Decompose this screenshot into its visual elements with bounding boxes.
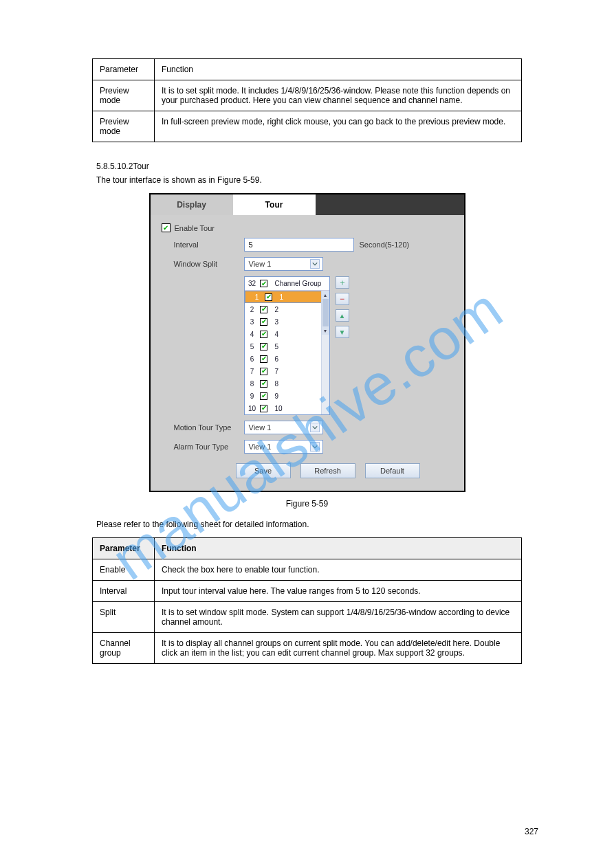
enable-tour-checkbox[interactable] [162, 223, 171, 232]
chevron-down-icon[interactable] [310, 442, 320, 452]
refresh-button[interactable]: Refresh [300, 463, 355, 478]
table-row: Parameter Function [93, 59, 522, 80]
row-index: 3 [245, 318, 260, 326]
interval-input[interactable]: 5 [244, 238, 354, 252]
chevron-down-icon[interactable] [310, 423, 320, 432]
list-item[interactable]: 33 [245, 315, 321, 328]
tab-tour[interactable]: Tour [233, 194, 316, 215]
scroll-down-icon[interactable]: ▾ [322, 326, 329, 335]
cell-function: Function [155, 59, 522, 80]
default-button[interactable]: Default [365, 463, 420, 478]
row-checkbox[interactable] [260, 318, 267, 326]
row-index: 10 [245, 405, 260, 412]
row-label: 10 [272, 405, 321, 412]
scroll-up-icon[interactable]: ▴ [322, 291, 329, 299]
cell-parameter: Preview mode [93, 111, 155, 142]
table-row: Channel groupIt is to display all channe… [93, 633, 522, 664]
cell-parameter: Preview mode [93, 80, 155, 111]
row-checkbox[interactable] [260, 392, 267, 400]
cell-parameter: Parameter [93, 59, 155, 80]
table-continuation: Parameter Function Preview mode It is to… [92, 58, 522, 142]
alarm-tour-label: Alarm Tour Type [162, 443, 244, 451]
cell-function: In full-screen preview mode, right click… [155, 111, 522, 142]
list-item[interactable]: 66 [245, 353, 321, 365]
row-label: 6 [272, 355, 321, 363]
scrollbar[interactable]: ▴ ▾ [321, 291, 329, 414]
table-row: Preview mode In full-screen preview mode… [93, 111, 522, 142]
interval-suffix: Second(5-120) [360, 241, 410, 249]
row-index: 2 [245, 306, 260, 313]
row-label: 3 [272, 318, 321, 326]
table-row: SplitIt is to set window split mode. Sys… [93, 602, 522, 633]
move-down-button[interactable]: ▼ [336, 326, 349, 338]
page-number: 327 [525, 827, 538, 836]
table-header-row: Parameter Function [93, 538, 522, 559]
row-index: 9 [245, 392, 260, 400]
select-all-checkbox[interactable] [260, 280, 267, 287]
add-button[interactable]: ＋ [336, 276, 349, 289]
row-label: 8 [272, 380, 321, 388]
row-checkbox[interactable] [260, 355, 267, 363]
row-index: 8 [245, 380, 260, 388]
row-label: 4 [272, 331, 321, 338]
list-header-title: Channel Group [272, 280, 329, 287]
tour-dialog: Display Tour Enable Tour Interval 5 Seco… [149, 193, 465, 492]
intro-text: Please refer to the following sheet for … [96, 520, 538, 529]
motion-tour-value: View 1 [249, 423, 272, 432]
row-label: 1 [277, 293, 320, 301]
row-checkbox[interactable] [260, 343, 267, 350]
list-item[interactable]: 55 [245, 340, 321, 353]
row-checkbox[interactable] [260, 331, 267, 338]
alarm-tour-value: View 1 [249, 443, 272, 451]
row-index: 5 [245, 343, 260, 350]
list-count: 32 [245, 280, 260, 287]
scroll-thumb[interactable] [322, 299, 329, 326]
tab-display[interactable]: Display [151, 194, 233, 215]
row-checkbox[interactable] [265, 293, 272, 301]
alarm-tour-select[interactable]: View 1 [244, 440, 323, 454]
table-row: EnableCheck the box here to enable tour … [93, 559, 522, 581]
list-item[interactable]: 77 [245, 365, 321, 377]
row-checkbox[interactable] [260, 405, 267, 412]
row-label: 9 [272, 392, 321, 400]
chevron-down-icon[interactable] [310, 259, 320, 269]
list-item[interactable]: 44 [245, 328, 321, 340]
remove-button[interactable]: − [336, 293, 349, 305]
channel-group-list[interactable]: 32 Channel Group 1122334455667788991010 … [244, 276, 330, 415]
row-label: 7 [272, 368, 321, 375]
save-button[interactable]: Save [236, 463, 291, 478]
cell-function: It is to set split mode. It includes 1/4… [155, 80, 522, 111]
row-index: 6 [245, 355, 260, 363]
list-item[interactable]: 1010 [245, 402, 321, 414]
window-split-label: Window Split [162, 260, 244, 268]
row-checkbox[interactable] [260, 306, 267, 313]
row-checkbox[interactable] [260, 368, 267, 375]
table-row: Preview mode It is to set split mode. It… [93, 80, 522, 111]
list-item[interactable]: 88 [245, 377, 321, 390]
section-body: The tour interface is shown as in Figure… [96, 175, 538, 185]
window-split-value: View 1 [249, 260, 272, 268]
row-checkbox[interactable] [260, 380, 267, 388]
motion-tour-select[interactable]: View 1 [244, 421, 323, 434]
table-row: IntervalInput tour interval value here. … [93, 581, 522, 602]
th-parameter: Parameter [93, 538, 155, 559]
window-split-select[interactable]: View 1 [244, 257, 323, 271]
section-heading: 5.8.5.10.2Tour [96, 162, 538, 171]
enable-tour-label: Enable Tour [175, 224, 215, 232]
interval-label: Interval [162, 241, 244, 249]
row-label: 5 [272, 343, 321, 350]
row-index: 7 [245, 368, 260, 375]
parameter-table: Parameter Function EnableCheck the box h… [92, 537, 522, 664]
row-index: 1 [250, 293, 265, 301]
row-index: 4 [245, 331, 260, 338]
move-up-button[interactable]: ▲ [336, 309, 349, 322]
figure-caption: Figure 5-59 [76, 499, 538, 509]
list-item[interactable]: 11 [245, 291, 324, 303]
list-item[interactable]: 22 [245, 303, 321, 315]
motion-tour-label: Motion Tour Type [162, 423, 244, 432]
list-item[interactable]: 99 [245, 390, 321, 402]
th-function: Function [155, 538, 522, 559]
row-label: 2 [272, 306, 321, 313]
